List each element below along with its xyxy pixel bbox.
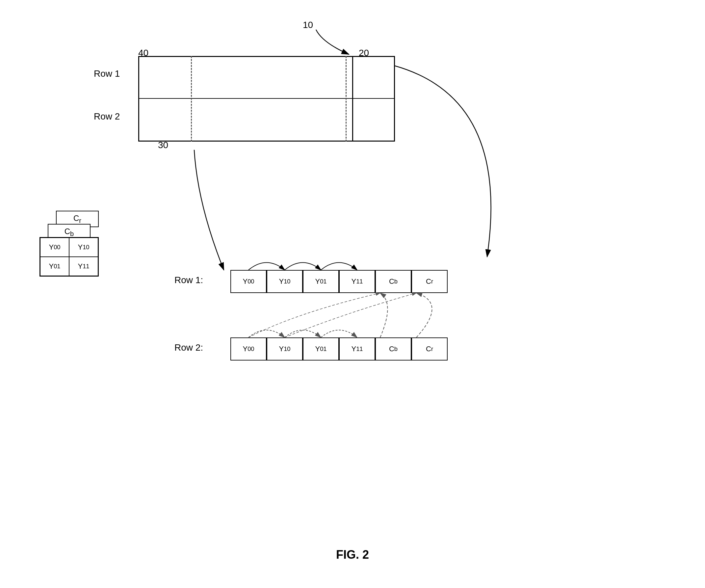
- row1-y01: Y01: [303, 270, 339, 293]
- y01-cell: Y01: [40, 257, 69, 276]
- cb-label: Cb: [64, 227, 74, 238]
- y00-cell: Y00: [40, 238, 69, 257]
- row2-cr: Cr: [411, 337, 448, 361]
- y-grid: Y00 Y10 Y01 Y11: [40, 237, 99, 277]
- row2-sequence: Y00 Y10 Y01 Y11 Cb Cr: [230, 337, 448, 361]
- row2-seq-label: Row 2:: [175, 343, 203, 353]
- macro-rect: [138, 56, 395, 142]
- row1-rect: [139, 57, 394, 99]
- diagram: 10 40 20 Row 1 Row 2 30 Cr Cb Y00 Y10 Y0…: [0, 0, 705, 588]
- solid-divider: [352, 56, 353, 142]
- row2-y11: Y11: [339, 337, 375, 361]
- row1-cb: Cb: [375, 270, 411, 293]
- y10-cell: Y10: [69, 238, 98, 257]
- row1-seq-label: Row 1:: [175, 275, 203, 285]
- row1-y11: Y11: [339, 270, 375, 293]
- row1-y00: Y00: [230, 270, 267, 293]
- row2-cb: Cb: [375, 337, 411, 361]
- row2-y01: Y01: [303, 337, 339, 361]
- dashed-line-2: [345, 56, 346, 142]
- row1-y10: Y10: [267, 270, 303, 293]
- cr-label: Cr: [74, 214, 81, 225]
- y11-cell: Y11: [69, 257, 98, 276]
- row2-label: Row 2: [94, 111, 120, 122]
- row1-sequence: Y00 Y10 Y01 Y11 Cb Cr: [230, 270, 448, 293]
- row2-y00: Y00: [230, 337, 267, 361]
- row1-label: Row 1: [94, 69, 120, 79]
- row2-rect: [139, 99, 394, 141]
- row2-y10: Y10: [267, 337, 303, 361]
- figure-title: FIG. 2: [336, 548, 369, 562]
- dashed-line-1: [191, 56, 192, 142]
- ref-10: 10: [303, 20, 313, 30]
- row1-cr: Cr: [411, 270, 448, 293]
